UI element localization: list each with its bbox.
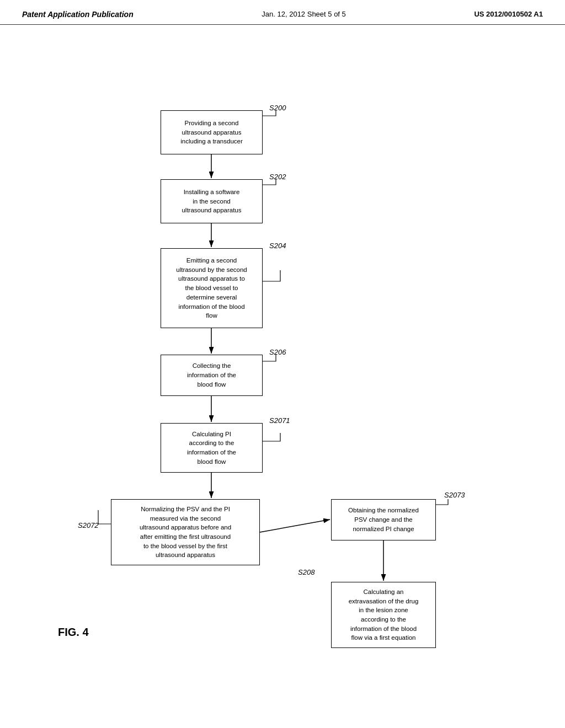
s204-box: Emitting a second ultrasound by the seco… — [161, 248, 263, 328]
s2072-box: Normalizing the PSV and the PI measured … — [111, 499, 260, 565]
s208-box-text: Calculating an extravasation of the drug… — [349, 587, 419, 643]
header-right: US 2012/0010502 A1 — [474, 10, 543, 18]
s2073-box-label: S2073 — [444, 491, 465, 499]
s2071-box-label: S2071 — [269, 416, 290, 425]
fig-label: FIG. 4 — [58, 626, 89, 639]
s202-box-label: S202 — [269, 173, 286, 181]
s200-box-label: S200 — [269, 104, 286, 112]
s206-box-text: Collecting the information of the blood … — [187, 361, 236, 389]
s206-box-label: S206 — [269, 348, 286, 356]
s204-box-text: Emitting a second ultrasound by the seco… — [176, 256, 247, 320]
s2072-box-label: S2072 — [78, 521, 99, 529]
s200-box: Providing a second ultrasound apparatus … — [161, 110, 263, 154]
s200-box-text: Providing a second ultrasound apparatus … — [180, 119, 243, 146]
diagram-area: Providing a second ultrasound apparatus … — [0, 25, 565, 687]
s202-box-text: Installing a software in the second ultr… — [182, 188, 241, 215]
header-center: Jan. 12, 2012 Sheet 5 of 5 — [262, 10, 346, 18]
s204-box-label: S204 — [269, 242, 286, 250]
s2073-box: Obtaining the normalized PSV change and … — [331, 499, 436, 540]
header-left: Patent Application Publication — [22, 10, 134, 19]
page-header: Patent Application Publication Jan. 12, … — [0, 0, 565, 25]
s206-box: Collecting the information of the blood … — [161, 355, 263, 396]
s2071-box-text: Calculating PI according to the informat… — [187, 430, 236, 467]
s2072-box-text: Normalizing the PSV and the PI measured … — [140, 505, 231, 560]
s202-box: Installing a software in the second ultr… — [161, 179, 263, 223]
s2071-box: Calculating PI according to the informat… — [161, 423, 263, 473]
s2073-box-text: Obtaining the normalized PSV change and … — [348, 506, 419, 533]
s208-box-label: S208 — [298, 568, 315, 576]
s208-box: Calculating an extravasation of the drug… — [331, 582, 436, 648]
